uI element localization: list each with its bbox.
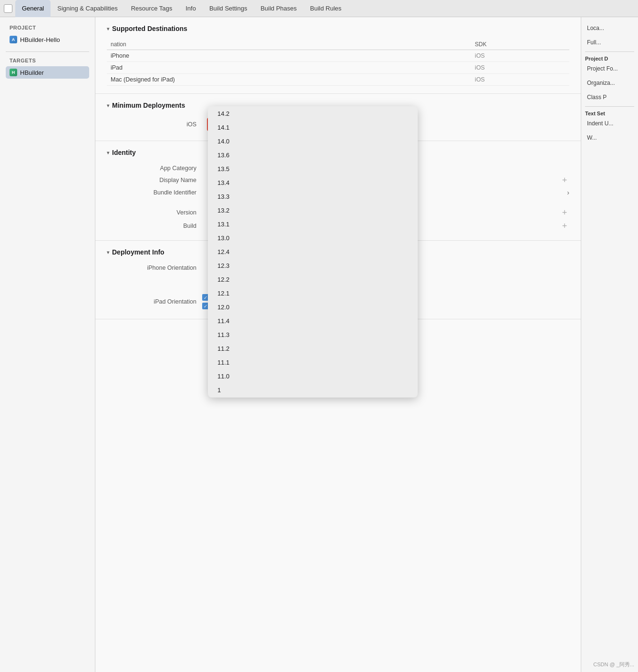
dropdown-item-11-0[interactable]: 11.0 xyxy=(208,369,418,383)
right-panel-local: Loca... xyxy=(585,23,634,33)
window-checkbox[interactable] xyxy=(4,4,12,13)
iphone-orientation-label: iPhone Orientation xyxy=(107,265,202,271)
right-panel-full: Full... xyxy=(585,37,634,48)
dropdown-item-12-1[interactable]: 12.1 xyxy=(208,286,418,300)
target-name: HBuilder xyxy=(20,69,44,76)
tab-build-phases[interactable]: Build Phases xyxy=(254,0,303,17)
ipad-orientation-label: iPad Orientation xyxy=(107,298,202,305)
minimum-deployments-title: Minimum Deployments xyxy=(112,102,185,109)
supported-destinations-title: Supported Destinations xyxy=(112,25,187,32)
build-label: Build xyxy=(107,223,202,229)
deployment-dropdown-container: iOS ▾ + 14.2 14.1 14.0 13.6 13.5 xyxy=(107,116,569,133)
dropdown-item-14-1[interactable]: 14.1 xyxy=(208,121,418,134)
dropdown-item-13-1[interactable]: 13.1 xyxy=(208,217,418,231)
supported-destinations-header: ▾ Supported Destinations xyxy=(107,25,569,32)
sdk-iphone: iOS xyxy=(471,50,569,62)
ios-version-dropdown[interactable]: 14.2 14.1 14.0 13.6 13.5 13.4 13.3 13.2 … xyxy=(208,106,418,397)
tab-signing[interactable]: Signing & Capabilities xyxy=(51,0,124,17)
minimum-deployments-section: ▾ Minimum Deployments iOS ▾ + 14.2 xyxy=(95,94,581,141)
sdk-mac: iOS xyxy=(471,74,569,86)
dropdown-item-11-4[interactable]: 11.4 xyxy=(208,314,418,328)
app-category-label: App Category xyxy=(107,165,202,172)
sidebar-item-project[interactable]: A HBuilder-Hello xyxy=(6,33,89,46)
dropdown-item-12-3[interactable]: 12.3 xyxy=(208,259,418,273)
sidebar-item-hbuilder[interactable]: H HBuilder xyxy=(6,66,89,79)
deployment-info-chevron-icon: ▾ xyxy=(107,250,109,255)
dropdown-item-11-2[interactable]: 11.2 xyxy=(208,342,418,356)
ios-label: iOS xyxy=(107,121,202,128)
dropdown-item-13-2[interactable]: 13.2 xyxy=(208,204,418,217)
dropdown-item-13-0[interactable]: 13.0 xyxy=(208,231,418,245)
dropdown-item-11-3[interactable]: 11.3 xyxy=(208,328,418,342)
dropdown-item-13-3[interactable]: 13.3 xyxy=(208,190,418,204)
dest-ipad: iPad xyxy=(107,62,471,74)
identity-title: Identity xyxy=(112,149,136,156)
tab-bar: General Signing & Capabilities Resource … xyxy=(0,0,638,17)
dropdown-item-11-1[interactable]: 11.1 xyxy=(208,356,418,369)
tab-build-settings[interactable]: Build Settings xyxy=(203,0,254,17)
tab-resource-tags[interactable]: Resource Tags xyxy=(124,0,179,17)
dropdown-item-12-4[interactable]: 12.4 xyxy=(208,245,418,259)
deployment-info-title: Deployment Info xyxy=(112,248,165,256)
dropdown-item-13-5[interactable]: 13.5 xyxy=(208,162,418,176)
dropdown-item-14-0[interactable]: 14.0 xyxy=(208,134,418,148)
sdk-col-header: SDK xyxy=(471,39,569,50)
right-panel-class-p: Class P xyxy=(585,92,634,102)
dropdown-item-1[interactable]: 1 xyxy=(208,383,418,397)
dest-iphone: iPhone xyxy=(107,50,471,62)
sidebar-divider xyxy=(6,51,89,52)
version-label: Version xyxy=(107,209,202,216)
content-area: ▾ Supported Destinations nation SDK iPho… xyxy=(95,17,581,672)
dropdown-item-13-6[interactable]: 13.6 xyxy=(208,148,418,162)
tab-general[interactable]: General xyxy=(15,0,51,17)
targets-section-label: TARGETS xyxy=(6,58,89,63)
version-add-button[interactable]: + xyxy=(560,208,569,217)
destinations-table: nation SDK iPhone iOS iPad iOS Mac (Desi… xyxy=(107,39,569,86)
right-panel-w: W... xyxy=(585,132,634,143)
bundle-identifier-arrow-icon[interactable]: › xyxy=(567,189,569,196)
display-name-label: Display Name xyxy=(107,177,202,183)
dest-col-header: nation xyxy=(107,39,471,50)
tab-build-rules[interactable]: Build Rules xyxy=(303,0,348,17)
right-panel-indent-u: Indent U... xyxy=(585,118,634,129)
right-panel-organiza: Organiza... xyxy=(585,78,634,88)
right-panel-text-set: Text Set xyxy=(585,111,634,116)
right-panel-divider-2 xyxy=(585,106,634,107)
display-name-add-button[interactable]: + xyxy=(560,175,569,185)
main-layout: PROJECT A HBuilder-Hello TARGETS H HBuil… xyxy=(0,17,638,672)
hbuilder-icon: H xyxy=(10,69,17,76)
deployments-chevron-icon: ▾ xyxy=(107,103,109,108)
dest-mac: Mac (Designed for iPad) xyxy=(107,74,471,86)
sdk-ipad: iOS xyxy=(471,62,569,74)
table-row: iPad iOS xyxy=(107,62,569,74)
project-section-label: PROJECT xyxy=(6,25,89,31)
dropdown-item-12-0[interactable]: 12.0 xyxy=(208,300,418,314)
supported-destinations-section: ▾ Supported Destinations nation SDK iPho… xyxy=(95,17,581,94)
build-add-button[interactable]: + xyxy=(560,221,569,231)
right-panel: Loca... Full... Project D Project Fo... … xyxy=(581,17,638,672)
right-panel-project-d: Project D xyxy=(585,56,634,61)
dropdown-item-14-2[interactable]: 14.2 xyxy=(208,106,418,121)
right-panel-divider-1 xyxy=(585,51,634,52)
project-icon: A xyxy=(10,36,17,43)
bundle-identifier-label: Bundle Identifier xyxy=(107,189,202,196)
table-row: iPhone iOS xyxy=(107,50,569,62)
identity-chevron-icon: ▾ xyxy=(107,150,109,155)
tab-info[interactable]: Info xyxy=(179,0,203,17)
sidebar: PROJECT A HBuilder-Hello TARGETS H HBuil… xyxy=(0,17,95,672)
destinations-chevron-icon: ▾ xyxy=(107,26,109,31)
dropdown-item-13-4[interactable]: 13.4 xyxy=(208,176,418,190)
table-row: Mac (Designed for iPad) iOS xyxy=(107,74,569,86)
watermark: CSDN @ _阿秀... xyxy=(593,661,634,668)
tab-bar-left: General Signing & Capabilities Resource … xyxy=(15,0,348,17)
project-name: HBuilder-Hello xyxy=(20,36,60,43)
right-panel-project-fo: Project Fo... xyxy=(585,63,634,74)
dropdown-item-12-2[interactable]: 12.2 xyxy=(208,273,418,286)
